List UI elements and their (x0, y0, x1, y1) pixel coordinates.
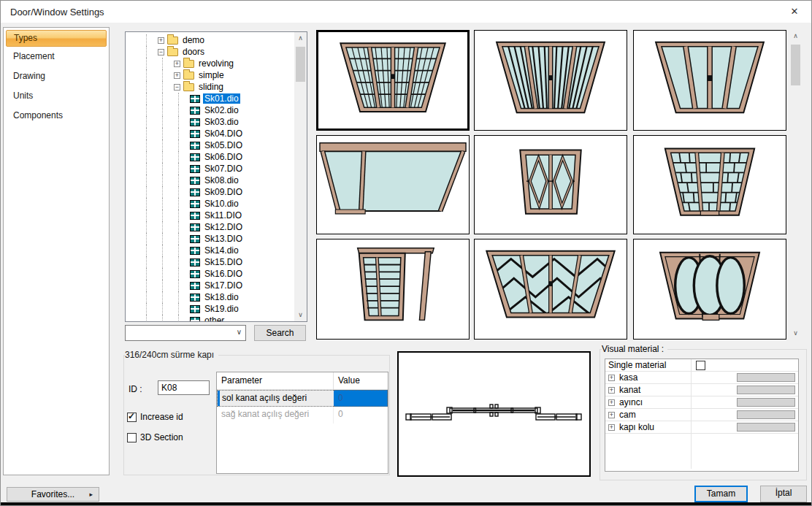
tree-item-file[interactable]: Sk12.DIO (126, 221, 294, 233)
tree-item-file[interactable]: Sk08.dio (126, 175, 294, 186)
expand-icon[interactable]: + (608, 424, 615, 431)
thumbnail-four-panel-vertical-bars-door[interactable] (474, 30, 627, 131)
thumbnail-two-panel-wide-glass-door[interactable] (316, 135, 470, 234)
material-row-kapi-kolu[interactable]: +kapı kolu (605, 421, 798, 434)
expand-icon[interactable]: + (158, 37, 164, 44)
door-file-icon (190, 223, 200, 231)
expand-icon[interactable]: + (608, 412, 615, 418)
parameter-value-input[interactable]: 0 (334, 390, 388, 407)
tree-scrollbar[interactable]: ∧ ∨ (294, 32, 307, 321)
tree-item-file[interactable]: Sk09.DIO (126, 186, 294, 198)
collapse-icon[interactable]: − (174, 84, 180, 91)
parameter-row-sol-kanat[interactable]: sol kanat açılış değeri 0 (217, 390, 388, 407)
tree-item-sliding[interactable]: −sliding (126, 81, 294, 93)
door-file-icon (190, 130, 200, 138)
tree-item-file[interactable]: Sk03.dio (126, 116, 294, 128)
tree-item-demo[interactable]: +demo (126, 34, 294, 46)
nav-item-drawing[interactable]: Drawing (4, 66, 109, 86)
expand-icon[interactable]: + (608, 375, 615, 381)
tree-item-file[interactable]: other (126, 315, 294, 322)
door-preview-graphic (318, 32, 467, 129)
single-material-checkbox[interactable] (696, 361, 705, 370)
door-file-icon (190, 247, 200, 255)
tree-item-doors[interactable]: −doors (126, 46, 294, 58)
collapse-icon[interactable]: − (158, 49, 164, 55)
door-file-icon (190, 258, 200, 267)
material-row-ayinci[interactable]: +ayıncı (605, 396, 798, 409)
search-combobox[interactable]: ∨ (125, 325, 246, 341)
nav-item-placement[interactable]: Placement (4, 47, 109, 66)
3d-section-checkbox[interactable] (127, 433, 137, 442)
nav-item-components[interactable]: Components (4, 106, 109, 126)
increase-id-checkbox[interactable]: ✓ (127, 413, 137, 422)
tree-item-revolving[interactable]: +revolving (126, 58, 294, 69)
cancel-button[interactable]: İptal (760, 486, 807, 502)
material-row-kanat[interactable]: +kanat (605, 384, 798, 396)
thumbnail-three-panel-oval-door[interactable] (633, 239, 786, 340)
material-swatch-button[interactable] (737, 410, 795, 419)
tree-item-file[interactable]: Sk11.DIO (126, 210, 294, 221)
tree-item-file[interactable]: Sk10.dio (126, 198, 294, 210)
door-file-icon (190, 282, 200, 290)
3d-section-option[interactable]: 3D Section (127, 432, 183, 442)
material-swatch-button[interactable] (737, 373, 795, 382)
scroll-down-icon[interactable]: ∨ (789, 327, 802, 340)
tree-item-file[interactable]: Sk13.DIO (126, 233, 294, 245)
thumbnail-scroll-thumb[interactable] (791, 45, 800, 85)
ok-button[interactable]: Tamam (694, 486, 748, 502)
thumbnail-scrollbar[interactable]: ∧ ∨ (789, 30, 802, 340)
expand-icon[interactable]: + (608, 399, 615, 406)
parameter-row-sag-kanat[interactable]: sağ kanat açılış değeri 0 (217, 407, 388, 423)
folder-icon (167, 37, 178, 45)
expand-icon[interactable]: + (608, 387, 615, 394)
thumbnail-sliding-open-horizontal-bars-door[interactable] (316, 239, 470, 340)
tree-item-file[interactable]: Sk14.dio (126, 245, 294, 256)
tree-item-file[interactable]: Sk19.dio (126, 303, 294, 315)
tree-item-file[interactable]: Sk06.DIO (126, 151, 294, 163)
tree-item-simple[interactable]: +simple (126, 69, 294, 81)
favorites-button[interactable]: Favorites... ▸ (7, 487, 99, 502)
material-swatch-button[interactable] (737, 386, 795, 394)
tree-item-file[interactable]: Sk01.dio (126, 93, 294, 104)
tree-item-file[interactable]: Sk15.DIO (126, 256, 294, 268)
tree-item-file[interactable]: Sk18.dio (126, 291, 294, 303)
expand-icon[interactable]: + (174, 61, 180, 67)
id-input[interactable] (158, 380, 210, 395)
material-swatch-button[interactable] (737, 423, 795, 432)
thumbnail-two-panel-diamond-door[interactable] (474, 135, 627, 234)
nav-item-types[interactable]: Types (6, 30, 107, 47)
material-swatch-button[interactable] (737, 398, 795, 407)
thumbnail-four-panel-plain-glass-door[interactable] (633, 30, 786, 131)
tree-item-file[interactable]: Sk02.dio (126, 104, 294, 116)
tree-item-file[interactable]: Sk16.DIO (126, 268, 294, 280)
door-window-settings-dialog: Door/Window Settings ✕ Types Placement D… (0, 0, 812, 506)
nav-item-units[interactable]: Units (4, 86, 109, 106)
scroll-up-icon[interactable]: ∧ (294, 32, 307, 45)
thumbnail-four-panel-grid-door[interactable] (316, 30, 470, 131)
single-material-row[interactable]: Single material (605, 359, 798, 372)
tree-item-file[interactable]: Sk07.DIO (126, 163, 294, 175)
increase-id-option[interactable]: ✓ Increase id (127, 412, 183, 422)
close-icon[interactable]: ✕ (785, 4, 804, 20)
thumbnail-four-panel-zigzag-door[interactable] (474, 239, 627, 340)
tree-item-file[interactable]: Sk05.DIO (126, 139, 294, 151)
door-file-icon (190, 107, 200, 115)
tree-scroll-thumb[interactable] (296, 47, 305, 82)
thumbnail-three-panel-brick-pattern-door[interactable] (633, 135, 786, 234)
material-row-cam[interactable]: +cam (605, 409, 798, 421)
material-row-kasa[interactable]: +kasa (605, 372, 798, 384)
tree-item-file[interactable]: Sk17.DIO (126, 280, 294, 291)
door-file-icon (190, 95, 200, 103)
door-file-icon (190, 270, 200, 278)
door-thumbnail-grid (316, 30, 788, 340)
tree-item-file[interactable]: Sk04.DIO (126, 128, 294, 139)
chevron-down-icon[interactable]: ∨ (237, 328, 242, 336)
door-preview-graphic (317, 136, 469, 234)
folder-icon (183, 72, 194, 80)
scroll-up-icon[interactable]: ∧ (789, 30, 802, 42)
folder-icon (183, 83, 194, 91)
search-button[interactable]: Search (254, 325, 306, 341)
expand-icon[interactable]: + (174, 72, 180, 79)
screen-bottom-edge (1, 502, 811, 505)
scroll-down-icon[interactable]: ∨ (294, 309, 307, 321)
